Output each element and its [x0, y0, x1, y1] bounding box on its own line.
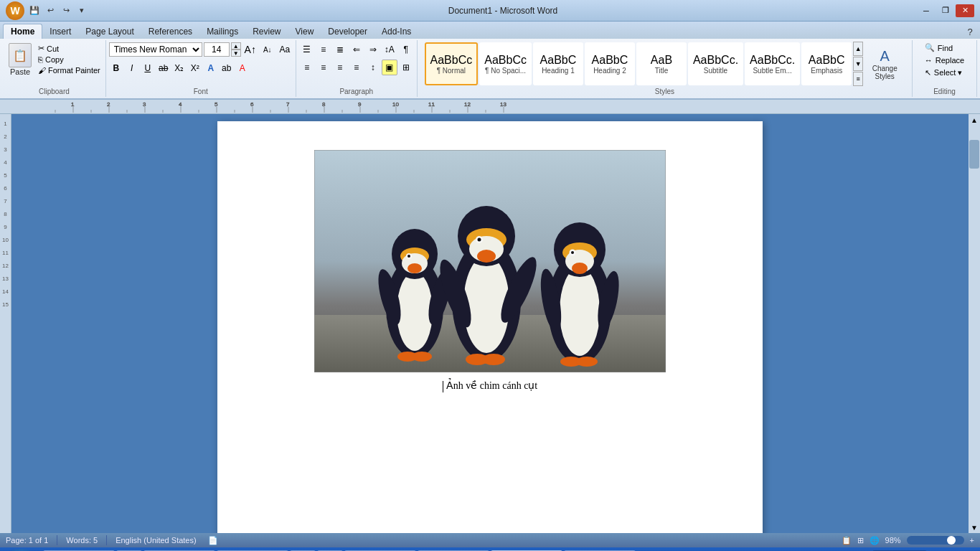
ruler-mark-15: 15 [2, 298, 9, 311]
zoom-slider-thumb[interactable] [947, 536, 956, 545]
undo-quick-btn[interactable]: ↩ [43, 4, 57, 18]
clipboard-secondary-buttons: ✂ Cut ⎘ Copy 🖌 Format Painter [36, 42, 103, 75]
style-emphasis[interactable]: AaBbC Emphasis [801, 42, 852, 85]
vertical-scrollbar[interactable]: ▲ ▼ [969, 114, 980, 533]
document-caption[interactable]: Ảnh về chim cánh cụt [260, 380, 720, 392]
view-icon-fullscreen[interactable]: ⊞ [857, 536, 864, 545]
font-size-input[interactable] [204, 42, 230, 57]
tab-page-layout[interactable]: Page Layout [78, 24, 141, 39]
align-left-button[interactable]: ≡ [299, 60, 315, 75]
view-icon-web[interactable]: 🌐 [870, 536, 880, 545]
multilevel-list-button[interactable]: ≣ [332, 42, 348, 57]
list-row: ☰ ≡ ≣ ⇐ ⇒ ↕A ¶ [299, 42, 414, 57]
styles-scroll-up[interactable]: ▲ [853, 42, 863, 56]
view-icon-print[interactable]: 📋 [842, 536, 852, 545]
numbering-button[interactable]: ≡ [316, 42, 331, 57]
tab-insert[interactable]: Insert [42, 24, 78, 39]
grow-font-button[interactable]: A↑ [242, 42, 258, 57]
styles-scroll-more[interactable]: ≡ [853, 72, 863, 86]
customize-quick-btn[interactable]: ▾ [75, 4, 89, 18]
scroll-thumb[interactable] [969, 140, 979, 169]
bullets-button[interactable]: ☰ [299, 42, 315, 57]
scroll-down-button[interactable]: ▼ [969, 522, 980, 533]
minimize-button[interactable]: ─ [917, 4, 936, 17]
ruler-mark-7: 7 [4, 194, 6, 207]
select-button[interactable]: ↖ Select ▾ [922, 67, 967, 79]
close-button[interactable]: ✕ [956, 4, 974, 17]
cut-button[interactable]: ✂ Cut [36, 43, 103, 54]
style-subtitle[interactable]: AaBbCc. Subtitle [688, 42, 743, 85]
tab-mailings[interactable]: Mailings [199, 24, 245, 39]
style-title[interactable]: AaB Title [636, 42, 687, 85]
window-title: Document1 - Microsoft Word [89, 6, 917, 16]
bold-button[interactable]: B [109, 61, 123, 75]
svg-text:1: 1 [71, 101, 75, 108]
tab-developer[interactable]: Developer [321, 24, 374, 39]
paragraph-label: Paragraph [299, 86, 414, 95]
superscript-button[interactable]: X² [188, 61, 202, 75]
help-button[interactable]: ? [963, 24, 977, 39]
ruler-mark-2: 2 [4, 130, 6, 143]
style-heading2[interactable]: AaBbC Heading 2 [585, 42, 635, 85]
ruler-mark-8: 8 [4, 207, 6, 220]
ruler-mark-13: 13 [2, 272, 9, 285]
styles-scroll-down[interactable]: ▼ [853, 57, 863, 71]
page-image-area [260, 150, 720, 372]
svg-text:12: 12 [464, 101, 471, 108]
svg-point-59 [477, 250, 496, 263]
document-page[interactable]: Ảnh về chim cánh cụt [217, 121, 763, 533]
tab-review[interactable]: Review [245, 24, 288, 39]
text-effects-button[interactable]: A [204, 61, 218, 75]
borders-button[interactable]: ⊞ [398, 60, 414, 75]
tab-add-ins[interactable]: Add-Ins [374, 24, 418, 39]
svg-text:6: 6 [250, 101, 254, 108]
strikethrough-button[interactable]: ab [156, 61, 171, 75]
highlight-button[interactable]: ab [220, 61, 234, 75]
increase-indent-button[interactable]: ⇒ [365, 42, 381, 57]
style-nospace-preview: AaBbCc [484, 53, 527, 67]
clipboard-label: Clipboard [6, 86, 103, 95]
redo-quick-btn[interactable]: ↪ [59, 4, 73, 18]
shading-button[interactable]: ▣ [382, 60, 397, 75]
quick-access-toolbar: 💾 ↩ ↪ ▾ [27, 4, 89, 18]
style-subtle-emphasis[interactable]: AaBbCc. Subtle Em... [745, 42, 800, 85]
replace-button[interactable]: ↔ Replace [922, 55, 967, 66]
save-quick-btn[interactable]: 💾 [27, 4, 42, 18]
decrease-indent-button[interactable]: ⇐ [349, 42, 364, 57]
style-nospace[interactable]: AaBbCc ¶ No Spaci... [479, 42, 532, 85]
line-spacing-button[interactable]: ↕ [365, 60, 381, 75]
italic-button[interactable]: I [125, 61, 139, 75]
subscript-button[interactable]: X₂ [172, 61, 187, 75]
clipboard-content: 📋 Paste ✂ Cut ⎘ Copy 🖌 Format Painter [6, 42, 103, 86]
scroll-up-button[interactable]: ▲ [969, 114, 980, 126]
show-hide-button[interactable]: ¶ [398, 42, 414, 57]
taskbar: 🌐 vietjack ▶ C Watch | F... 📄 LỆNH ĐI...… [0, 547, 980, 551]
tab-home[interactable]: Home [3, 24, 42, 39]
font-color-button[interactable]: A [235, 61, 250, 75]
style-normal[interactable]: AaBbCc ¶ Normal [425, 42, 479, 85]
change-styles-button[interactable]: A Change Styles [864, 45, 905, 83]
style-heading1[interactable]: AaBbC Heading 1 [533, 42, 583, 85]
find-button[interactable]: 🔍 Find [922, 42, 967, 54]
underline-button[interactable]: U [141, 61, 155, 75]
clear-format-button[interactable]: Aa [277, 42, 293, 57]
font-size-down[interactable]: ▼ [231, 50, 241, 57]
sort-button[interactable]: ↕A [382, 42, 397, 57]
zoom-in-button[interactable]: + [970, 536, 974, 545]
office-button[interactable]: W [6, 1, 24, 20]
tab-references[interactable]: References [141, 24, 199, 39]
paste-button[interactable]: 📋 Paste [6, 42, 34, 77]
copy-button[interactable]: ⎘ Copy [36, 55, 103, 65]
tab-view[interactable]: View [288, 24, 321, 39]
svg-text:5: 5 [215, 101, 218, 108]
restore-button[interactable]: ❐ [936, 4, 955, 17]
document-container[interactable]: Ảnh về chim cánh cụt [11, 114, 969, 533]
format-painter-button[interactable]: 🖌 Format Painter [36, 65, 103, 75]
zoom-slider[interactable] [907, 536, 964, 545]
shrink-font-button[interactable]: A↓ [260, 42, 275, 57]
font-name-select[interactable]: Times New Roman Arial Calibri [109, 42, 202, 57]
justify-button[interactable]: ≡ [349, 60, 364, 75]
align-right-button[interactable]: ≡ [332, 60, 348, 75]
align-center-button[interactable]: ≡ [316, 60, 331, 75]
font-size-up[interactable]: ▲ [231, 42, 241, 50]
